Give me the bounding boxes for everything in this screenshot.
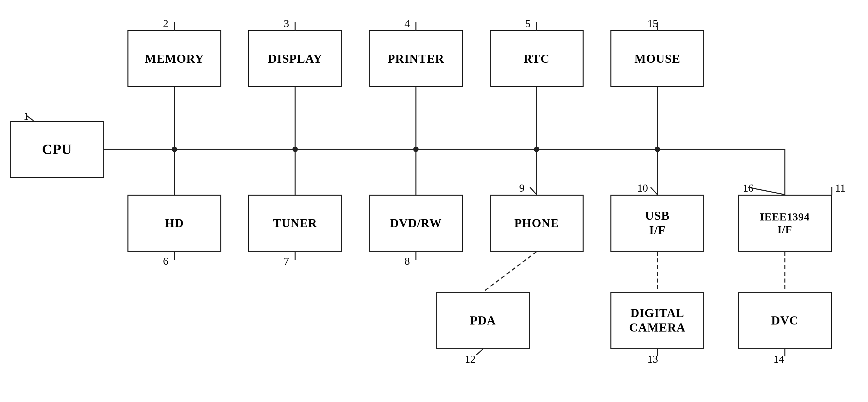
- svg-line-30: [651, 187, 657, 195]
- num-label-14: 14: [773, 353, 784, 366]
- dvdrw-label: DVD/RW: [390, 216, 442, 230]
- num-label-4: 4: [404, 18, 410, 30]
- num-label-12: 12: [465, 353, 475, 366]
- memory-box: MEMORY: [127, 30, 221, 87]
- digicam-box: DIGITALCAMERA: [611, 292, 704, 349]
- mouse-label: MOUSE: [634, 52, 680, 66]
- digicam-label: DIGITALCAMERA: [629, 306, 686, 335]
- num-label-5: 5: [525, 18, 531, 30]
- dvc-box: DVC: [738, 292, 832, 349]
- ieee1394-box: IEEE1394I/F: [738, 195, 832, 252]
- dvdrw-box: DVD/RW: [369, 195, 463, 252]
- svg-line-33: [476, 349, 483, 355]
- num-label-8: 8: [404, 255, 410, 267]
- pda-box: PDA: [436, 292, 530, 349]
- num-label-3: 3: [284, 18, 289, 30]
- svg-point-6: [413, 147, 418, 152]
- dvc-label: DVC: [771, 313, 799, 327]
- num-label-7: 7: [284, 255, 289, 267]
- display-label: DISPLAY: [268, 52, 322, 66]
- tuner-box: TUNER: [248, 195, 342, 252]
- usbif-label: USBI/F: [645, 209, 670, 237]
- hd-box: HD: [127, 195, 221, 252]
- num-label-16: 16: [743, 182, 754, 194]
- num-label-6: 6: [163, 255, 168, 267]
- svg-point-10: [655, 147, 660, 152]
- phone-box: PHONE: [490, 195, 584, 252]
- display-box: DISPLAY: [248, 30, 342, 87]
- svg-line-17: [483, 252, 537, 292]
- svg-point-2: [172, 147, 177, 152]
- rtc-label: RTC: [524, 52, 550, 66]
- num-label-11: 11: [835, 182, 845, 194]
- svg-point-4: [292, 147, 298, 152]
- svg-line-29: [530, 187, 537, 195]
- pda-label: PDA: [470, 313, 496, 327]
- mouse-box: MOUSE: [611, 30, 704, 87]
- num-label-15: 15: [647, 18, 658, 30]
- hd-label: HD: [165, 216, 184, 230]
- memory-label: MEMORY: [145, 52, 204, 66]
- rtc-box: RTC: [490, 30, 584, 87]
- printer-box: PRINTER: [369, 30, 463, 87]
- num-label-2: 2: [163, 18, 168, 30]
- usbif-box: USBI/F: [611, 195, 704, 252]
- num-label-9: 9: [519, 182, 525, 194]
- num-label-1: 1: [24, 110, 29, 122]
- printer-label: PRINTER: [388, 52, 444, 66]
- ieee1394-label: IEEE1394I/F: [760, 210, 810, 236]
- phone-label: PHONE: [514, 216, 559, 230]
- cpu-label: CPU: [42, 141, 72, 157]
- svg-point-8: [534, 147, 539, 152]
- num-label-10: 10: [637, 182, 648, 194]
- tuner-label: TUNER: [273, 216, 317, 230]
- num-label-13: 13: [647, 353, 658, 366]
- diagram: CPU MEMORY DISPLAY PRINTER RTC MOUSE HD …: [0, 0, 868, 402]
- cpu-box: CPU: [10, 121, 104, 178]
